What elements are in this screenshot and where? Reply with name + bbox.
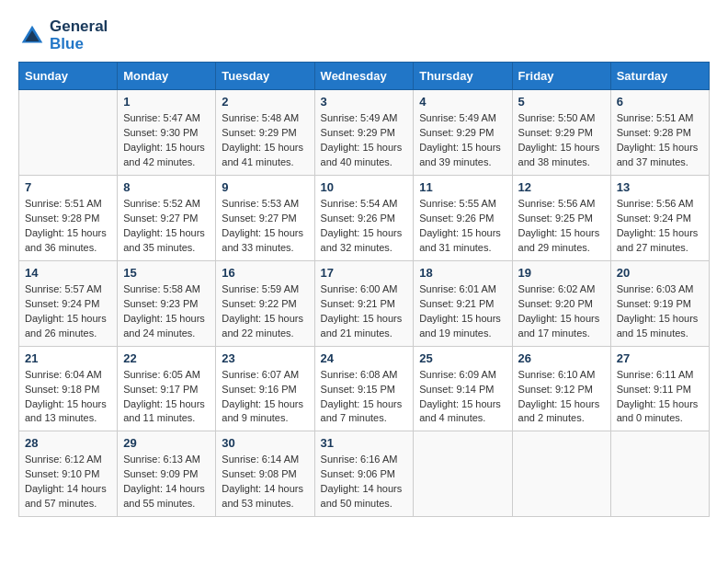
calendar-header: SundayMondayTuesdayWednesdayThursdayFrid…: [19, 63, 710, 90]
calendar-cell: 24Sunrise: 6:08 AM Sunset: 9:15 PM Dayli…: [314, 346, 414, 431]
day-number: 3: [321, 95, 408, 109]
calendar-week-row: 7Sunrise: 5:51 AM Sunset: 9:28 PM Daylig…: [19, 176, 710, 261]
day-number: 19: [518, 266, 605, 280]
calendar-week-row: 28Sunrise: 6:12 AM Sunset: 9:10 PM Dayli…: [19, 431, 710, 517]
day-info: Sunrise: 6:02 AM Sunset: 9:20 PM Dayligh…: [518, 282, 605, 341]
page-header: General Blue: [18, 18, 710, 52]
weekday-header-saturday: Saturday: [610, 63, 709, 90]
calendar-cell: 23Sunrise: 6:07 AM Sunset: 9:16 PM Dayli…: [216, 346, 314, 431]
day-info: Sunrise: 6:16 AM Sunset: 9:06 PM Dayligh…: [321, 453, 408, 511]
day-number: 4: [419, 95, 506, 109]
day-info: Sunrise: 5:56 AM Sunset: 9:24 PM Dayligh…: [617, 197, 703, 256]
calendar-cell: 20Sunrise: 6:03 AM Sunset: 9:19 PM Dayli…: [610, 260, 709, 346]
day-info: Sunrise: 6:13 AM Sunset: 9:09 PM Dayligh…: [123, 453, 210, 511]
calendar-week-row: 1Sunrise: 5:47 AM Sunset: 9:30 PM Daylig…: [19, 90, 710, 176]
day-number: 31: [321, 436, 408, 450]
calendar-cell: 17Sunrise: 6:00 AM Sunset: 9:21 PM Dayli…: [314, 260, 414, 346]
calendar-cell: 18Sunrise: 6:01 AM Sunset: 9:21 PM Dayli…: [414, 260, 512, 346]
calendar-cell: 29Sunrise: 6:13 AM Sunset: 9:09 PM Dayli…: [118, 431, 216, 517]
weekday-header-tuesday: Tuesday: [216, 63, 314, 90]
day-number: 23: [222, 351, 308, 365]
day-info: Sunrise: 5:49 AM Sunset: 9:29 PM Dayligh…: [321, 111, 408, 170]
day-number: 11: [419, 180, 506, 194]
calendar-cell: 10Sunrise: 5:54 AM Sunset: 9:26 PM Dayli…: [314, 176, 414, 261]
calendar-cell: 6Sunrise: 5:51 AM Sunset: 9:28 PM Daylig…: [610, 90, 709, 176]
calendar-cell: [414, 431, 512, 517]
day-number: 7: [25, 180, 111, 194]
day-number: 8: [123, 180, 210, 194]
calendar-week-row: 21Sunrise: 6:04 AM Sunset: 9:18 PM Dayli…: [19, 346, 710, 431]
day-info: Sunrise: 6:00 AM Sunset: 9:21 PM Dayligh…: [321, 282, 408, 341]
calendar-cell: 31Sunrise: 6:16 AM Sunset: 9:06 PM Dayli…: [314, 431, 414, 517]
day-number: 29: [123, 436, 210, 450]
day-number: 28: [25, 436, 111, 450]
day-info: Sunrise: 6:12 AM Sunset: 9:10 PM Dayligh…: [25, 453, 111, 511]
day-number: 15: [123, 266, 210, 280]
day-info: Sunrise: 5:56 AM Sunset: 9:25 PM Dayligh…: [518, 197, 605, 256]
day-info: Sunrise: 6:09 AM Sunset: 9:14 PM Dayligh…: [419, 368, 506, 427]
calendar-cell: [19, 90, 118, 176]
day-info: Sunrise: 6:11 AM Sunset: 9:11 PM Dayligh…: [617, 368, 703, 427]
day-number: 1: [123, 95, 210, 109]
day-number: 25: [419, 351, 506, 365]
day-number: 17: [321, 266, 408, 280]
day-number: 20: [617, 266, 703, 280]
day-info: Sunrise: 6:03 AM Sunset: 9:19 PM Dayligh…: [617, 282, 703, 341]
calendar-cell: 7Sunrise: 5:51 AM Sunset: 9:28 PM Daylig…: [19, 176, 118, 261]
calendar-cell: 27Sunrise: 6:11 AM Sunset: 9:11 PM Dayli…: [610, 346, 709, 431]
day-info: Sunrise: 5:47 AM Sunset: 9:30 PM Dayligh…: [123, 111, 210, 170]
day-info: Sunrise: 5:57 AM Sunset: 9:24 PM Dayligh…: [25, 282, 111, 341]
day-info: Sunrise: 5:54 AM Sunset: 9:26 PM Dayligh…: [321, 197, 408, 256]
calendar-cell: 4Sunrise: 5:49 AM Sunset: 9:29 PM Daylig…: [414, 90, 512, 176]
calendar-cell: 1Sunrise: 5:47 AM Sunset: 9:30 PM Daylig…: [118, 90, 216, 176]
weekday-header-friday: Friday: [512, 63, 610, 90]
calendar-cell: 25Sunrise: 6:09 AM Sunset: 9:14 PM Dayli…: [414, 346, 512, 431]
day-info: Sunrise: 5:53 AM Sunset: 9:27 PM Dayligh…: [222, 197, 308, 256]
day-number: 26: [518, 351, 605, 365]
weekday-header-thursday: Thursday: [414, 63, 512, 90]
day-number: 13: [617, 180, 703, 194]
day-number: 18: [419, 266, 506, 280]
day-info: Sunrise: 5:55 AM Sunset: 9:26 PM Dayligh…: [419, 197, 506, 256]
calendar-cell: 14Sunrise: 5:57 AM Sunset: 9:24 PM Dayli…: [19, 260, 118, 346]
day-info: Sunrise: 5:51 AM Sunset: 9:28 PM Dayligh…: [25, 197, 111, 256]
calendar-cell: 26Sunrise: 6:10 AM Sunset: 9:12 PM Dayli…: [512, 346, 610, 431]
day-number: 27: [617, 351, 703, 365]
calendar-table: SundayMondayTuesdayWednesdayThursdayFrid…: [18, 62, 710, 517]
day-number: 24: [321, 351, 408, 365]
calendar-week-row: 14Sunrise: 5:57 AM Sunset: 9:24 PM Dayli…: [19, 260, 710, 346]
day-info: Sunrise: 6:04 AM Sunset: 9:18 PM Dayligh…: [25, 368, 111, 427]
day-number: 2: [222, 95, 308, 109]
day-number: 22: [123, 351, 210, 365]
weekday-header-sunday: Sunday: [19, 63, 118, 90]
day-number: 21: [25, 351, 111, 365]
day-info: Sunrise: 5:48 AM Sunset: 9:29 PM Dayligh…: [222, 111, 308, 170]
calendar-cell: 13Sunrise: 5:56 AM Sunset: 9:24 PM Dayli…: [610, 176, 709, 261]
day-info: Sunrise: 6:08 AM Sunset: 9:15 PM Dayligh…: [321, 368, 408, 427]
day-info: Sunrise: 5:50 AM Sunset: 9:29 PM Dayligh…: [518, 111, 605, 170]
day-info: Sunrise: 6:14 AM Sunset: 9:08 PM Dayligh…: [222, 453, 308, 511]
calendar-cell: 8Sunrise: 5:52 AM Sunset: 9:27 PM Daylig…: [118, 176, 216, 261]
day-info: Sunrise: 5:59 AM Sunset: 9:22 PM Dayligh…: [222, 282, 308, 341]
calendar-cell: [610, 431, 709, 517]
calendar-cell: 16Sunrise: 5:59 AM Sunset: 9:22 PM Dayli…: [216, 260, 314, 346]
day-info: Sunrise: 5:58 AM Sunset: 9:23 PM Dayligh…: [123, 282, 210, 341]
day-info: Sunrise: 6:10 AM Sunset: 9:12 PM Dayligh…: [518, 368, 605, 427]
logo: General Blue: [18, 18, 108, 52]
calendar-cell: 3Sunrise: 5:49 AM Sunset: 9:29 PM Daylig…: [314, 90, 414, 176]
day-number: 6: [617, 95, 703, 109]
calendar-cell: 9Sunrise: 5:53 AM Sunset: 9:27 PM Daylig…: [216, 176, 314, 261]
calendar-cell: 30Sunrise: 6:14 AM Sunset: 9:08 PM Dayli…: [216, 431, 314, 517]
calendar-cell: 12Sunrise: 5:56 AM Sunset: 9:25 PM Dayli…: [512, 176, 610, 261]
day-info: Sunrise: 5:49 AM Sunset: 9:29 PM Dayligh…: [419, 111, 506, 170]
calendar-cell: 2Sunrise: 5:48 AM Sunset: 9:29 PM Daylig…: [216, 90, 314, 176]
day-info: Sunrise: 6:05 AM Sunset: 9:17 PM Dayligh…: [123, 368, 210, 427]
logo-wordmark: General Blue: [50, 18, 108, 52]
day-info: Sunrise: 6:01 AM Sunset: 9:21 PM Dayligh…: [419, 282, 506, 341]
day-number: 9: [222, 180, 308, 194]
calendar-cell: 28Sunrise: 6:12 AM Sunset: 9:10 PM Dayli…: [19, 431, 118, 517]
weekday-header-wednesday: Wednesday: [314, 63, 414, 90]
day-info: Sunrise: 5:52 AM Sunset: 9:27 PM Dayligh…: [123, 197, 210, 256]
day-number: 14: [25, 266, 111, 280]
day-info: Sunrise: 6:07 AM Sunset: 9:16 PM Dayligh…: [222, 368, 308, 427]
